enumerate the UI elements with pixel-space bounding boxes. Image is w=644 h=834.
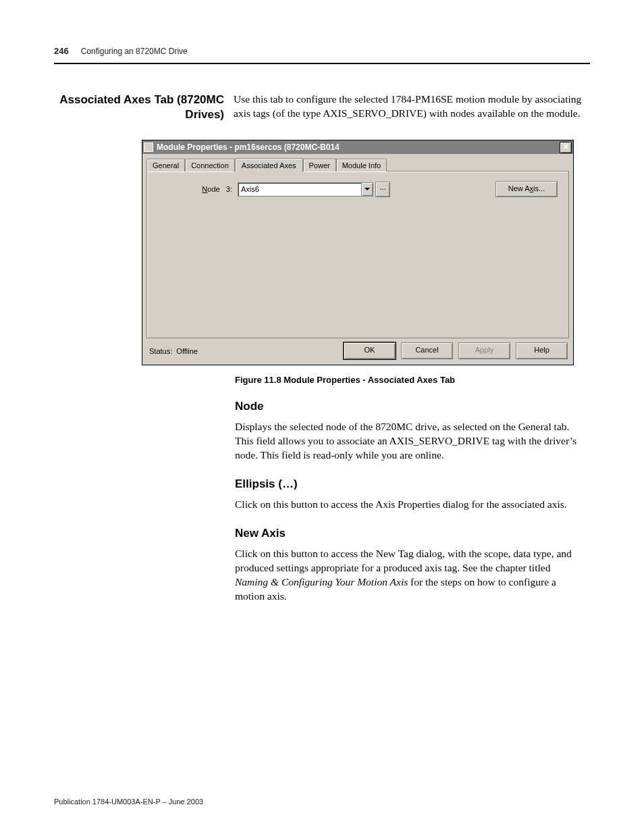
intro-paragraph: Use this tab to configure the selected 1… bbox=[234, 93, 590, 122]
new-axis-body-prefix: Click on this button to access the New T… bbox=[235, 548, 572, 573]
tab-general[interactable]: General bbox=[146, 159, 185, 172]
figure-caption: Figure 11.8 Module Properties - Associat… bbox=[235, 375, 590, 385]
window-icon bbox=[144, 142, 153, 152]
section-intro: Associated Axes Tab (8720MC Drives) Use … bbox=[54, 93, 590, 122]
dialog-screenshot: Module Properties - pm16sercos (8720MC-B… bbox=[142, 140, 574, 365]
section-heading-line1: Associated Axes Tab (8720MC bbox=[54, 93, 224, 107]
section-heading: Associated Axes Tab (8720MC Drives) bbox=[54, 93, 224, 122]
section-heading-line2: Drives) bbox=[54, 107, 224, 122]
module-properties-dialog: Module Properties - pm16sercos (8720MC-B… bbox=[142, 140, 574, 365]
axis-combobox-dropdown-button[interactable] bbox=[362, 182, 373, 197]
tab-power[interactable]: Power bbox=[303, 159, 336, 172]
ellipsis-button[interactable]: ... bbox=[375, 182, 390, 197]
cancel-button[interactable]: Cancel bbox=[401, 342, 453, 359]
running-header: 246 Configuring an 8720MC Drive bbox=[54, 46, 590, 64]
node-label-rest: ode 3: bbox=[207, 185, 232, 193]
publication-footer: Publication 1784-UM003A-EN-P – June 2003 bbox=[54, 798, 203, 806]
page-number: 246 bbox=[54, 46, 69, 56]
new-axis-prefix: New A bbox=[508, 184, 530, 192]
tab-connection[interactable]: Connection bbox=[185, 159, 235, 172]
titlebar: Module Properties - pm16sercos (8720MC-B… bbox=[142, 140, 573, 154]
tab-associated-axes[interactable]: Associated Axes bbox=[235, 158, 303, 172]
help-button[interactable]: Help bbox=[516, 342, 568, 359]
heading-new-axis: New Axis bbox=[235, 527, 583, 540]
node-label: Node 3: bbox=[158, 185, 238, 193]
tab-module-info[interactable]: Module Info bbox=[336, 159, 387, 172]
tabs-area: General Connection Associated Axes Power… bbox=[142, 154, 573, 338]
window-title: Module Properties - pm16sercos (8720MC-B… bbox=[157, 142, 556, 152]
node-row: Node 3: ... New Axis... bbox=[158, 181, 558, 197]
close-button[interactable]: ✕ bbox=[560, 142, 572, 153]
chapter-title: Configuring an 8720MC Drive bbox=[81, 47, 188, 56]
new-axis-body-italic: Naming & Configuring Your Motion Axis bbox=[235, 576, 408, 588]
axis-combobox bbox=[238, 182, 373, 197]
heading-node: Node bbox=[235, 400, 583, 413]
new-axis-suffix: is... bbox=[533, 184, 545, 192]
dialog-footer: Status: Offline OK Cancel Apply Help bbox=[142, 338, 573, 365]
body-text: Node Displays the selected node of the 8… bbox=[235, 400, 583, 603]
axis-combobox-input[interactable] bbox=[238, 182, 362, 197]
tabstrip: General Connection Associated Axes Power… bbox=[146, 158, 569, 172]
ok-button[interactable]: OK bbox=[344, 342, 396, 359]
paragraph-node: Displays the selected node of the 8720MC… bbox=[235, 420, 583, 463]
status-label: Status: Offline bbox=[149, 347, 198, 355]
paragraph-new-axis: Click on this button to access the New T… bbox=[235, 547, 583, 604]
chevron-down-icon bbox=[365, 188, 370, 190]
heading-ellipsis: Ellipsis (…) bbox=[235, 477, 583, 491]
paragraph-ellipsis: Click on this button to access the Axis … bbox=[235, 498, 583, 512]
tab-page-associated-axes: Node 3: ... New Axis... bbox=[146, 171, 569, 338]
page: 246 Configuring an 8720MC Drive Associat… bbox=[0, 0, 644, 834]
apply-button: Apply bbox=[458, 342, 510, 359]
new-axis-button[interactable]: New Axis... bbox=[495, 181, 558, 197]
